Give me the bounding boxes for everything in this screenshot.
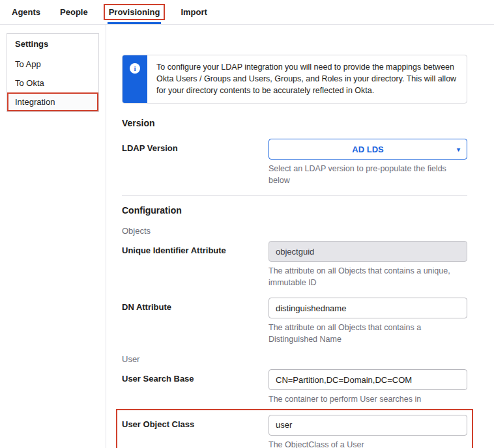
main-content: i To configure your LDAP integration you… xyxy=(106,25,494,448)
user-object-class-control: The ObjectClass of a User xyxy=(269,415,467,448)
group-label-objects: Objects xyxy=(122,226,467,236)
page-body: Settings To App To Okta Integration i To… xyxy=(0,25,494,448)
tab-provisioning-label: Provisioning xyxy=(104,4,166,20)
dn-attribute-help: The attribute on all Objects that contai… xyxy=(269,322,467,345)
user-search-base-label: User Search Base xyxy=(122,369,269,406)
dn-attribute-label: DN Attribute xyxy=(122,298,269,345)
dn-attribute-control: The attribute on all Objects that contai… xyxy=(269,298,467,345)
tab-import[interactable]: Import xyxy=(181,0,207,24)
unique-identifier-control: The attribute on all Objects that contai… xyxy=(269,241,467,288)
section-divider xyxy=(122,195,467,196)
ldap-version-control: AD LDS ▾ Select an LDAP version to pre-p… xyxy=(269,139,467,186)
chevron-down-icon: ▾ xyxy=(457,146,460,153)
tab-agents-label: Agents xyxy=(12,7,40,17)
user-search-base-help: The container to perform User searches i… xyxy=(269,394,467,406)
settings-nav-card: Settings To App To Okta Integration xyxy=(7,33,99,112)
field-user-object-class: User Object Class The ObjectClass of a U… xyxy=(122,415,467,448)
user-search-base-control: The container to perform User searches i… xyxy=(269,369,467,406)
dn-attribute-input[interactable] xyxy=(269,298,467,318)
field-unique-identifier-attribute: Unique Identifier Attribute The attribut… xyxy=(122,241,467,288)
field-user-search-base: User Search Base The container to perfor… xyxy=(122,369,467,406)
unique-identifier-help: The attribute on all Objects that contai… xyxy=(269,266,467,288)
ldap-version-selected-value: AD LDS xyxy=(352,145,383,154)
tab-bar: Agents People Provisioning Import xyxy=(0,0,494,25)
ldap-version-help: Select an LDAP version to pre-populate t… xyxy=(269,163,467,186)
sidebar-item-to-okta[interactable]: To Okta xyxy=(7,74,98,92)
ldap-version-label: LDAP Version xyxy=(122,139,269,186)
tab-provisioning[interactable]: Provisioning xyxy=(108,0,162,24)
unique-identifier-input xyxy=(269,241,467,262)
info-banner-strip: i xyxy=(123,55,147,103)
sidebar-item-integration[interactable]: Integration xyxy=(7,92,98,111)
section-title-configuration: Configuration xyxy=(122,205,467,216)
user-object-class-label: User Object Class xyxy=(122,415,269,448)
sidebar-header: Settings xyxy=(7,34,98,55)
tab-people[interactable]: People xyxy=(60,0,88,24)
info-icon: i xyxy=(130,63,140,74)
info-banner-text: To configure your LDAP integration you w… xyxy=(147,55,467,103)
tab-import-label: Import xyxy=(181,7,207,17)
user-object-class-input[interactable] xyxy=(269,415,467,436)
ldap-version-select[interactable]: AD LDS ▾ xyxy=(269,139,467,160)
field-ldap-version: LDAP Version AD LDS ▾ Select an LDAP ver… xyxy=(122,139,467,186)
section-title-version: Version xyxy=(122,118,467,128)
field-dn-attribute: DN Attribute The attribute on all Object… xyxy=(122,298,467,345)
sidebar: Settings To App To Okta Integration xyxy=(0,25,106,448)
unique-identifier-label: Unique Identifier Attribute xyxy=(122,241,269,288)
group-label-user: User xyxy=(122,354,467,364)
sidebar-item-to-app[interactable]: To App xyxy=(7,55,98,74)
user-object-class-help: The ObjectClass of a User xyxy=(269,440,467,448)
tab-agents[interactable]: Agents xyxy=(12,0,40,24)
tab-people-label: People xyxy=(60,7,88,17)
user-search-base-input[interactable] xyxy=(269,369,467,390)
info-banner: i To configure your LDAP integration you… xyxy=(122,55,467,104)
